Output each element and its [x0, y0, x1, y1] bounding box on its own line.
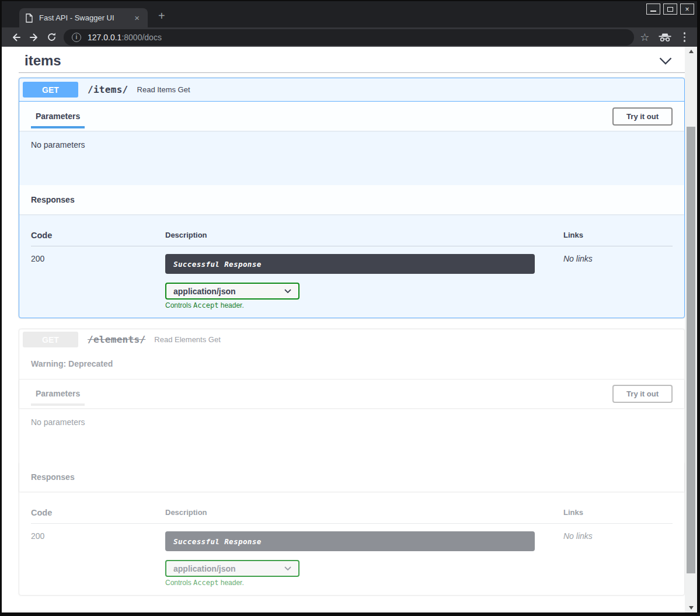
collapse-chevron-icon[interactable] [659, 57, 672, 65]
media-type-select[interactable]: application/json [165, 283, 299, 300]
window-controls: × [646, 4, 694, 15]
close-icon: × [685, 6, 689, 13]
media-type-value: application/json [173, 287, 236, 296]
accept-note-suffix: header. [218, 301, 243, 309]
response-description-cell-deprecated: Successful Response application/json Con… [165, 531, 563, 587]
endpoint-path-deprecated: /elements/ [88, 334, 145, 345]
accept-note-code: Accept [193, 301, 218, 309]
url-host: 127.0.0.1 [88, 33, 121, 42]
endpoint-summary-deprecated: Read Elements Get [154, 335, 220, 344]
opblock-summary-get-items[interactable]: GET /items/ Read Items Get [19, 78, 684, 102]
tab-close-icon[interactable]: × [132, 12, 142, 23]
toolbar-actions: ☆ [640, 31, 689, 44]
tag-section-header[interactable]: items [19, 53, 685, 72]
no-parameters-text-deprecated: No parameters [31, 417, 85, 427]
response-code: 200 [31, 254, 165, 309]
accept-header-note: Controls Accept header. [165, 301, 563, 309]
parameters-body: No parameters [19, 131, 684, 185]
page-content: items GET /items/ Read Items Get Paramet… [2, 47, 697, 612]
try-it-out-button-deprecated[interactable]: Try it out [612, 385, 673, 403]
address-bar[interactable]: i 127.0.0.1:8000/docs [64, 29, 634, 46]
chevron-down-icon [284, 566, 291, 570]
bookmark-star-icon[interactable]: ☆ [640, 31, 649, 44]
parameters-header-deprecated: Parameters Try it out [19, 379, 684, 408]
accept-note-suffix: header. [218, 579, 243, 587]
reload-button[interactable] [43, 32, 60, 42]
parameters-header: Parameters Try it out [19, 102, 684, 131]
response-description-cell: Successful Response application/json Con… [165, 254, 563, 309]
tag-title: items [25, 53, 61, 69]
accept-note-prefix: Controls [165, 301, 193, 309]
maximize-icon [667, 7, 673, 12]
forward-icon [29, 32, 39, 43]
tab-title: Fast API - Swagger UI [39, 13, 132, 22]
endpoint-path: /items/ [88, 84, 128, 95]
parameters-body-deprecated: No parameters [19, 408, 684, 462]
scrollbar-thumb[interactable] [687, 127, 695, 573]
maximize-button[interactable] [663, 4, 677, 15]
column-code-deprecated: Code [31, 508, 165, 517]
site-info-icon[interactable]: i [72, 33, 81, 42]
response-row-200-deprecated: 200 Successful Response application/json… [31, 524, 673, 587]
browser-tab[interactable]: Fast API - Swagger UI × [19, 8, 148, 27]
forward-button[interactable] [25, 32, 43, 43]
deprecated-warning: Warning: Deprecated [19, 350, 684, 379]
url-text: 127.0.0.1:8000/docs [88, 33, 162, 42]
back-icon [11, 32, 22, 43]
no-parameters-text: No parameters [31, 140, 85, 149]
method-badge-get: GET [23, 82, 78, 98]
scroll-up-icon [689, 50, 694, 53]
responses-table-deprecated: Code Description Links 200 Successful Re… [19, 492, 684, 595]
tab-parameters[interactable]: Parameters [31, 112, 85, 128]
scroll-down-button[interactable] [685, 606, 697, 610]
opblock-summary-get-elements[interactable]: GET /elements/ Read Elements Get [19, 329, 684, 350]
page-favicon-icon [25, 13, 33, 23]
opblock-get-items: GET /items/ Read Items Get Parameters Tr… [19, 78, 685, 318]
column-links-deprecated: Links [563, 508, 673, 517]
column-description-deprecated: Description [165, 508, 563, 517]
response-description-box-deprecated: Successful Response [165, 531, 535, 551]
media-type-select-deprecated[interactable]: application/json [165, 560, 299, 577]
endpoint-summary: Read Items Get [137, 85, 190, 94]
minimize-button[interactable] [646, 4, 660, 15]
method-badge-get-deprecated: GET [23, 332, 78, 347]
response-code-deprecated: 200 [31, 531, 165, 587]
minimize-icon [650, 11, 656, 12]
responses-title-deprecated: Responses [31, 472, 75, 482]
tab-parameters-deprecated[interactable]: Parameters [31, 389, 85, 406]
browser-window: Fast API - Swagger UI × + × [2, 1, 697, 612]
responses-header: Responses [19, 185, 684, 214]
response-description-box: Successful Response [165, 254, 535, 274]
browser-toolbar: i 127.0.0.1:8000/docs ☆ [2, 27, 697, 47]
url-path: :8000/docs [121, 33, 162, 42]
browser-titlebar: Fast API - Swagger UI × + × [2, 1, 697, 27]
response-links-deprecated: No links [563, 531, 673, 587]
incognito-icon[interactable] [658, 33, 672, 42]
chevron-down-icon [284, 289, 291, 293]
responses-header-deprecated: Responses [19, 462, 684, 492]
new-tab-button[interactable]: + [155, 9, 169, 23]
opblock-get-elements-deprecated: GET /elements/ Read Elements Get Warning… [19, 329, 685, 596]
browser-menu-icon[interactable] [680, 31, 689, 43]
response-row-200: 200 Successful Response application/json… [31, 246, 673, 309]
scroll-up-button[interactable] [685, 50, 697, 53]
accept-note-prefix: Controls [165, 579, 193, 587]
back-button[interactable] [8, 32, 25, 43]
media-type-value-deprecated: application/json [173, 564, 236, 573]
accept-note-code: Accept [193, 579, 218, 587]
scroll-down-icon [689, 606, 694, 610]
page-scrollbar[interactable] [685, 47, 697, 612]
tag-divider [19, 72, 685, 73]
accept-header-note-deprecated: Controls Accept header. [165, 579, 563, 587]
swagger-ui: items GET /items/ Read Items Get Paramet… [2, 47, 697, 596]
close-button[interactable]: × [680, 4, 694, 15]
column-links: Links [563, 231, 673, 240]
reload-icon [47, 32, 57, 42]
responses-table-head-deprecated: Code Description Links [31, 508, 673, 524]
try-it-out-button[interactable]: Try it out [612, 107, 673, 126]
responses-title: Responses [31, 195, 75, 204]
response-links: No links [563, 254, 673, 309]
column-code: Code [31, 231, 165, 240]
responses-table-head: Code Description Links [31, 231, 673, 246]
responses-table: Code Description Links 200 Successful Re… [19, 214, 684, 318]
